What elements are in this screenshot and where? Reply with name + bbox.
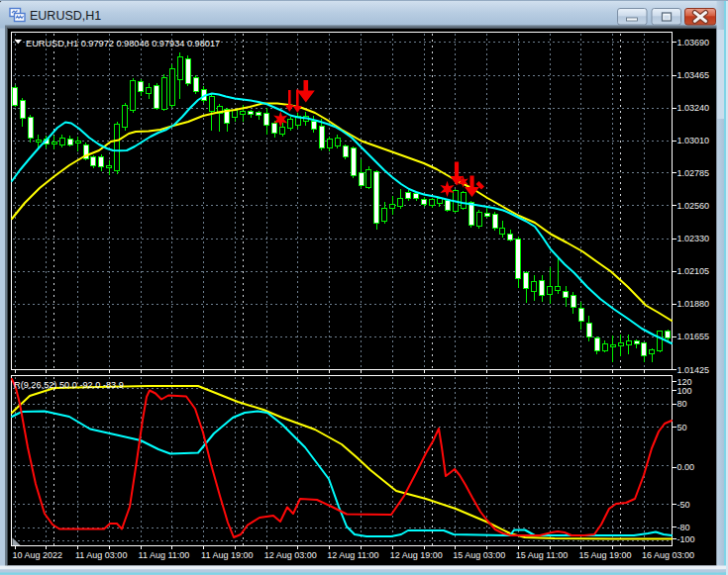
svg-text:1.02330: 1.02330 (677, 234, 710, 243)
svg-text:12 Aug 11:00: 12 Aug 11:00 (327, 550, 378, 560)
svg-text:11 Aug 11:00: 11 Aug 11:00 (139, 550, 190, 560)
svg-text:15 Aug 03:00: 15 Aug 03:00 (453, 550, 505, 560)
svg-text:1.01880: 1.01880 (677, 299, 710, 309)
svg-text:-80: -80 (677, 523, 690, 532)
svg-text:15 Aug 19:00: 15 Aug 19:00 (578, 550, 631, 560)
svg-text:15 Aug 11:00: 15 Aug 11:00 (516, 550, 568, 560)
svg-text:1.01655: 1.01655 (677, 332, 710, 341)
svg-text:EURUSD,H1: EURUSD,H1 (30, 9, 101, 23)
svg-text:1.03690: 1.03690 (677, 38, 710, 48)
svg-text:16 Aug 03:00: 16 Aug 03:00 (642, 550, 694, 560)
svg-text:1.02560: 1.02560 (677, 201, 710, 211)
svg-text:1.02105: 1.02105 (677, 266, 710, 276)
svg-text:1.03010: 1.03010 (677, 136, 710, 145)
svg-text:100: 100 (677, 386, 692, 396)
svg-text:R(9,26,52) 50.0 -92.0 -83.9: R(9,26,52) 50.0 -92.0 -83.9 (14, 380, 124, 390)
svg-text:1.02785: 1.02785 (677, 168, 710, 178)
svg-text:11 Aug 03:00: 11 Aug 03:00 (75, 550, 127, 560)
svg-text:10 Aug 2022: 10 Aug 2022 (13, 550, 63, 560)
svg-text:50: 50 (677, 423, 687, 432)
svg-text:0.00: 0.00 (677, 462, 695, 472)
svg-text:80: 80 (677, 399, 687, 409)
svg-text:1.03465: 1.03465 (677, 70, 710, 80)
svg-text:1.03240: 1.03240 (677, 103, 710, 113)
svg-text:12 Aug 03:00: 12 Aug 03:00 (264, 550, 317, 560)
svg-text:-50: -50 (677, 500, 690, 510)
svg-text:EURUSD,H1 0.97972 0.98046 0.9: EURUSD,H1 0.97972 0.98046 0.97934 0.9801… (26, 39, 220, 48)
svg-text:-100: -100 (677, 534, 695, 544)
svg-text:1.01425: 1.01425 (677, 365, 710, 375)
svg-text:11 Aug 19:00: 11 Aug 19:00 (201, 550, 253, 560)
svg-text:12 Aug 19:00: 12 Aug 19:00 (390, 550, 443, 560)
